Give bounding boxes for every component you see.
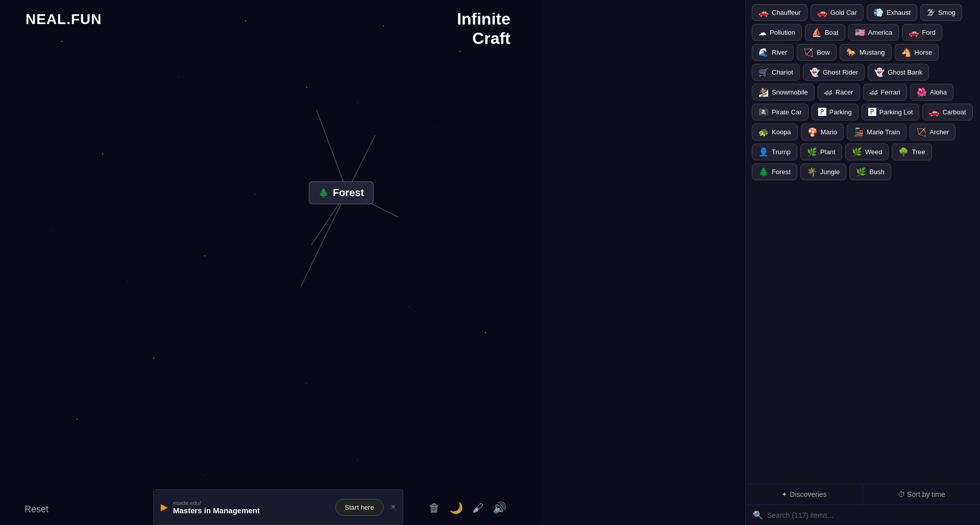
list-item[interactable]: 🅿Parking — [812, 104, 859, 121]
item-label: Snowmobile — [772, 88, 808, 96]
ad-close-button[interactable]: × — [391, 503, 396, 512]
list-item[interactable]: 🌊River — [752, 44, 794, 61]
item-icon: 🌿 — [856, 167, 866, 177]
ad-content: esade.edu/ Masters in Management — [173, 500, 330, 515]
item-label: Chariot — [772, 68, 793, 76]
item-icon: 🏎 — [824, 88, 832, 97]
list-item[interactable]: ⛵Boat — [805, 24, 845, 41]
sound-button[interactable]: 🔊 — [493, 502, 506, 515]
list-item[interactable]: 🌲Forest — [752, 163, 797, 180]
list-item[interactable]: 🐎Mustang — [840, 44, 892, 61]
item-label: Bush — [869, 168, 885, 176]
item-label: Jungle — [820, 168, 840, 176]
list-item[interactable]: 🏎Ferrari — [863, 84, 907, 101]
list-item[interactable]: 👻Ghost Bank — [868, 64, 929, 81]
list-item[interactable]: 🐴Horse — [895, 44, 939, 61]
search-bar: 🔍 — [746, 505, 980, 525]
list-item[interactable]: 🏂Snowmobile — [752, 84, 815, 101]
connection-lines — [0, 0, 541, 525]
item-label: Chauffeur — [772, 9, 801, 16]
item-label: Exhaust — [887, 9, 911, 16]
sort-button[interactable]: ⏱ Sort by time — [863, 484, 980, 505]
ad-title: Masters in Management — [173, 506, 330, 515]
list-item[interactable]: 💨Exhaust — [867, 4, 917, 21]
list-item[interactable]: 🌿Plant — [800, 144, 842, 160]
item-icon: 🚗 — [817, 8, 827, 17]
item-icon: 🚂 — [853, 127, 864, 137]
item-icon: 🚗 — [909, 28, 919, 37]
list-item[interactable]: 🌳Tree — [892, 144, 932, 160]
item-icon: 🚗 — [758, 8, 769, 17]
search-input[interactable] — [767, 511, 973, 519]
list-item[interactable]: 🐢Koopa — [752, 124, 798, 140]
discoveries-button[interactable]: ✦ Discoveries — [746, 484, 863, 505]
list-item[interactable]: 🍄Mario — [801, 124, 844, 140]
item-icon: 🏂 — [758, 87, 769, 97]
item-icon: ⛵ — [812, 28, 822, 37]
item-icon: 🇺🇸 — [855, 28, 865, 37]
reset-button[interactable]: Reset — [24, 504, 48, 515]
dark-mode-button[interactable]: 🌙 — [449, 502, 463, 515]
list-item[interactable]: 🛒Chariot — [752, 64, 800, 81]
forest-item[interactable]: 🌲 Forest — [309, 181, 374, 204]
item-icon: 🌊 — [758, 47, 769, 57]
item-label: Ford — [922, 29, 936, 36]
list-item[interactable]: 👻Ghost Rider — [803, 64, 865, 81]
item-label: Forest — [772, 168, 791, 176]
list-item[interactable]: 🌺Aloha — [910, 84, 953, 101]
item-icon: 🛒 — [758, 67, 769, 77]
item-label: Koopa — [772, 128, 791, 136]
item-icon: 👻 — [874, 67, 885, 77]
item-icon: 💨 — [873, 8, 884, 17]
item-label: Parking Lot — [879, 108, 913, 116]
item-label: Gold Car — [830, 9, 857, 16]
craft-canvas[interactable]: 🌲 Forest — [0, 0, 541, 525]
item-label: Mario Train — [867, 128, 900, 136]
list-item[interactable]: 🏴‍☠️Pirate Car — [752, 104, 808, 121]
list-item[interactable]: 🚗Chauffeur — [752, 4, 807, 21]
item-label: Carboat — [942, 108, 966, 116]
item-icon: 🅿 — [818, 108, 826, 117]
item-label: Parking — [829, 108, 852, 116]
item-label: Mario — [821, 128, 838, 136]
list-item[interactable]: ☁Pollution — [752, 24, 802, 41]
item-icon: 🌴 — [807, 167, 817, 177]
list-item[interactable]: 🌫Smog — [920, 4, 962, 21]
item-icon: 👻 — [810, 67, 820, 77]
item-label: Boat — [825, 29, 839, 36]
list-item[interactable]: 🏹Bow — [797, 44, 836, 61]
list-item[interactable]: 🇺🇸America — [848, 24, 899, 41]
list-item[interactable]: 🌿Weed — [845, 144, 889, 160]
item-label: Ghost Bank — [888, 68, 922, 76]
brush-button[interactable]: 🖌 — [472, 502, 483, 515]
list-item[interactable]: 🌴Jungle — [800, 163, 846, 180]
list-item[interactable]: 👤Trump — [752, 144, 797, 160]
item-icon: 🚗 — [929, 107, 939, 117]
delete-button[interactable]: 🗑 — [429, 502, 440, 515]
list-item[interactable]: 🚗Carboat — [922, 104, 972, 121]
list-item[interactable]: 🏹Archer — [910, 124, 955, 140]
item-icon: 🏹 — [916, 127, 926, 137]
item-icon: 🌿 — [807, 147, 817, 157]
bottom-toolbar: 🗑 🌙 🖌 🔊 — [429, 502, 506, 515]
item-icon: 🐢 — [758, 127, 769, 137]
list-item[interactable]: 🅿Parking Lot — [862, 104, 920, 121]
item-label: Racer — [836, 88, 853, 96]
item-icon: 🍄 — [807, 127, 818, 137]
item-label: Trump — [772, 148, 791, 156]
item-icon: 🌲 — [758, 167, 769, 177]
item-label: Horse — [915, 49, 933, 56]
list-item[interactable]: 🌿Bush — [849, 163, 891, 180]
item-label: Plant — [820, 148, 836, 156]
item-label: Bow — [817, 49, 829, 56]
panel-bottom: ✦ Discoveries ⏱ Sort by time 🔍 — [746, 484, 980, 525]
item-label: Tree — [912, 148, 925, 156]
ad-cta-button[interactable]: Start here — [335, 499, 384, 516]
svg-line-0 — [316, 110, 347, 192]
list-item[interactable]: 🚂Mario Train — [847, 124, 906, 140]
list-item[interactable]: 🏎Racer — [818, 84, 860, 101]
item-label: Ferrari — [881, 88, 900, 96]
item-icon: 🌿 — [852, 147, 862, 157]
list-item[interactable]: 🚗Ford — [902, 24, 942, 41]
list-item[interactable]: 🚗Gold Car — [811, 4, 864, 21]
